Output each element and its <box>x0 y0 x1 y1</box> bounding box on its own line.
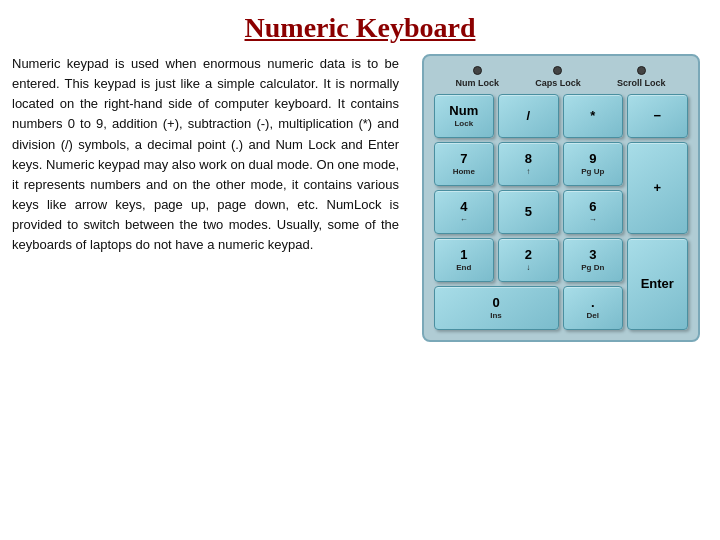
num-lock-led: Num Lock <box>456 66 500 88</box>
caps-lock-led: Caps Lock <box>535 66 581 88</box>
key-4[interactable]: 4 ← <box>434 190 495 234</box>
scroll-lock-label: Scroll Lock <box>617 78 666 88</box>
key-6[interactable]: 6 → <box>563 190 624 234</box>
numpad-grid: Num Lock / * − 7 Home 8 <box>434 94 688 330</box>
num-lock-dot <box>473 66 482 75</box>
key-dot[interactable]: . Del <box>563 286 624 330</box>
caps-lock-label: Caps Lock <box>535 78 581 88</box>
divide-key[interactable]: / <box>498 94 559 138</box>
scroll-lock-led: Scroll Lock <box>617 66 666 88</box>
multiply-key[interactable]: * <box>563 94 624 138</box>
scroll-lock-dot <box>637 66 646 75</box>
key-5[interactable]: 5 <box>498 190 559 234</box>
page-title: Numeric Keyboard <box>0 0 720 54</box>
enter-key[interactable]: Enter <box>627 238 688 330</box>
description-text: Numeric keypad is used when enormous num… <box>12 54 399 342</box>
key-7[interactable]: 7 Home <box>434 142 495 186</box>
led-indicator-row: Num Lock Caps Lock Scroll Lock <box>434 66 688 88</box>
key-3[interactable]: 3 Pg Dn <box>563 238 624 282</box>
key-8[interactable]: 8 ↑ <box>498 142 559 186</box>
key-9[interactable]: 9 Pg Up <box>563 142 624 186</box>
minus-key[interactable]: − <box>627 94 688 138</box>
key-0[interactable]: 0 Ins <box>434 286 559 330</box>
keyboard-diagram: Num Lock Caps Lock Scroll Lock Num Lock <box>413 54 708 342</box>
key-2[interactable]: 2 ↓ <box>498 238 559 282</box>
num-lock-label: Num Lock <box>456 78 500 88</box>
plus-key[interactable]: + <box>627 142 688 234</box>
numlock-key[interactable]: Num Lock <box>434 94 495 138</box>
key-1[interactable]: 1 End <box>434 238 495 282</box>
caps-lock-dot <box>553 66 562 75</box>
